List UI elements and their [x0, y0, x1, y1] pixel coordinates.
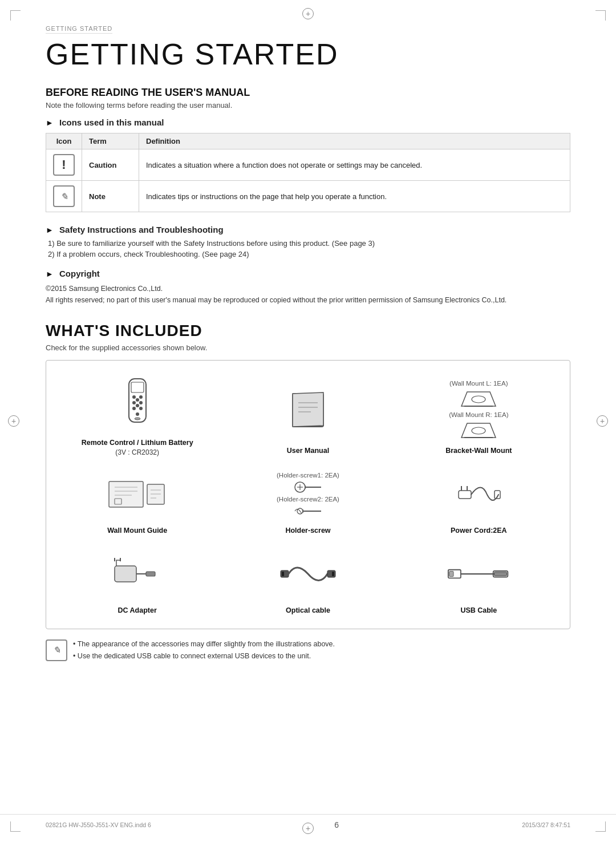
optical-label: Optical cable	[286, 606, 330, 616]
svg-rect-43	[115, 566, 136, 582]
bracket-label: Bracket-Wall Mount	[445, 446, 512, 456]
powercord-svg	[456, 475, 501, 515]
whats-included-section: WHAT'S INCLUDED Check for the supplied a…	[46, 322, 570, 662]
corner-mark-tl	[10, 10, 21, 21]
reg-mark-top	[301, 7, 315, 21]
caution-icon-box: !	[53, 154, 75, 176]
svg-point-2	[132, 395, 136, 399]
accessory-wallguide: Wall Mount Guide	[52, 461, 222, 541]
remote-sublabel: (3V : CR2032)	[115, 448, 159, 456]
arrow-icon: ►	[46, 118, 54, 127]
svg-rect-49	[282, 572, 284, 576]
footer-right: 2015/3/27 8:47:51	[522, 821, 570, 828]
copyright-heading: ► Copyright	[46, 269, 570, 278]
page-container: GETTING STARTED GETTING STARTED BEFORE R…	[0, 0, 616, 842]
safety-arrow-icon: ►	[46, 225, 54, 234]
usb-image	[447, 547, 510, 603]
accessories-grid: Remote Control / Lithium Battery (3V : C…	[52, 372, 564, 621]
remote-image	[117, 378, 157, 435]
svg-rect-1	[131, 382, 144, 392]
safety-item-1: 1) Be sure to familiarize yourself with …	[48, 239, 570, 248]
icons-section: ► Icons used in this manual Icon Term De…	[46, 118, 570, 212]
main-title: GETTING STARTED	[46, 38, 570, 71]
svg-point-4	[132, 401, 136, 404]
svg-point-9	[136, 404, 139, 407]
footer: 02821G HW-J550-J551-XV ENG.indd 6 6 2015…	[0, 814, 616, 829]
table-row-caution: ! Caution Indicates a situation where a …	[46, 149, 570, 181]
col-term: Term	[82, 133, 139, 149]
svg-rect-51	[332, 572, 334, 576]
powercord-label: Power Cord:2EA	[451, 526, 507, 536]
manual-svg	[288, 390, 328, 430]
breadcrumb: GETTING STARTED	[46, 25, 112, 34]
corner-mark-tr	[595, 10, 606, 21]
svg-rect-45	[146, 572, 155, 576]
copyright-line1: ©2015 Samsung Electronics Co.,Ltd.	[46, 283, 570, 294]
footer-left: 02821G HW-J550-J551-XV ENG.indd 6	[46, 821, 151, 828]
table-row-note: ✎ Note Indicates tips or instructions on…	[46, 181, 570, 212]
note-definition: Indicates tips or instructions on the pa…	[139, 181, 570, 212]
manual-image	[288, 378, 328, 443]
powercord-image	[456, 467, 501, 523]
usb-svg	[447, 561, 510, 587]
remote-label: Remote Control / Lithium Battery	[82, 438, 193, 448]
safety-item-2: 2) If a problem occurs, check Troublesho…	[48, 250, 570, 258]
holder-note1: (Holder-screw1: 2EA)	[277, 472, 339, 479]
col-icon: Icon	[46, 133, 82, 149]
svg-point-18	[472, 396, 485, 403]
svg-marker-14	[293, 392, 323, 427]
wallguide-svg	[106, 479, 169, 510]
svg-point-7	[132, 407, 136, 410]
copyright-section: ► Copyright ©2015 Samsung Electronics Co…	[46, 269, 570, 306]
note-item-1: The appearance of the accessories may di…	[73, 638, 335, 650]
note-content: The appearance of the accessories may di…	[73, 638, 335, 663]
caution-term: Caution	[82, 149, 139, 181]
holderscrew1-svg	[294, 481, 322, 493]
whats-included-subtitle: Check for the supplied accessories shown…	[46, 343, 570, 352]
before-reading-subtitle: Note the following terms before reading …	[46, 101, 570, 110]
accessory-manual: User Manual	[222, 372, 393, 461]
svg-rect-22	[109, 481, 143, 507]
svg-rect-56	[495, 572, 507, 576]
note-box: ✎ The appearance of the accessories may …	[46, 638, 570, 663]
remote-svg	[117, 378, 157, 435]
accessory-dcadapter: DC Adapter	[52, 541, 222, 621]
wallguide-image	[106, 467, 169, 523]
svg-point-6	[136, 398, 139, 402]
accessory-powercord: Power Cord:2EA	[394, 461, 564, 541]
svg-point-20	[472, 427, 485, 434]
accessory-holderscrew: (Holder-screw1: 2EA) (Holder-screw2: 2EA…	[222, 461, 393, 541]
dcadapter-svg	[112, 554, 163, 594]
copyright-arrow-icon: ►	[46, 269, 54, 278]
before-reading-title: BEFORE READING THE USER'S MANUAL	[46, 87, 570, 99]
svg-point-8	[139, 407, 143, 410]
icons-table: Icon Term Definition ! Cauti	[46, 133, 570, 212]
manual-label: User Manual	[287, 446, 329, 456]
note-box-icon: ✎	[46, 639, 67, 661]
before-reading-section: BEFORE READING THE USER'S MANUAL Note th…	[46, 87, 570, 306]
whats-included-title: WHAT'S INCLUDED	[46, 322, 570, 340]
footer-page-number: 6	[334, 820, 339, 829]
dcadapter-label: DC Adapter	[118, 606, 157, 616]
caution-icon-cell: !	[46, 149, 82, 181]
safety-list: 1) Be sure to familiarize yourself with …	[46, 239, 570, 258]
accessory-usb: USB Cable	[394, 541, 564, 621]
safety-section: ► Safety Instructions and Troubleshootin…	[46, 225, 570, 258]
svg-point-11	[135, 418, 140, 420]
usb-label: USB Cable	[460, 606, 497, 616]
bracket-note1: (Wall Mount L: 1EA)	[449, 380, 508, 387]
note-item-2: Use the dedicated USB cable to connect e…	[73, 650, 335, 662]
icons-heading: ► Icons used in this manual	[46, 118, 570, 127]
safety-heading: ► Safety Instructions and Troubleshootin…	[46, 225, 570, 234]
note-term: Note	[82, 181, 139, 212]
svg-point-5	[139, 401, 143, 404]
bracket-r-svg	[459, 420, 499, 440]
caution-symbol: !	[62, 157, 66, 172]
col-definition: Definition	[139, 133, 570, 149]
bracket-note2: (Wall Mount R: 1EA)	[449, 411, 508, 418]
bracket-l-svg	[459, 389, 499, 409]
optical-svg	[279, 556, 337, 593]
svg-point-3	[139, 395, 143, 399]
accessories-box: Remote Control / Lithium Battery (3V : C…	[46, 360, 570, 629]
note-icon-box: ✎	[53, 185, 75, 207]
